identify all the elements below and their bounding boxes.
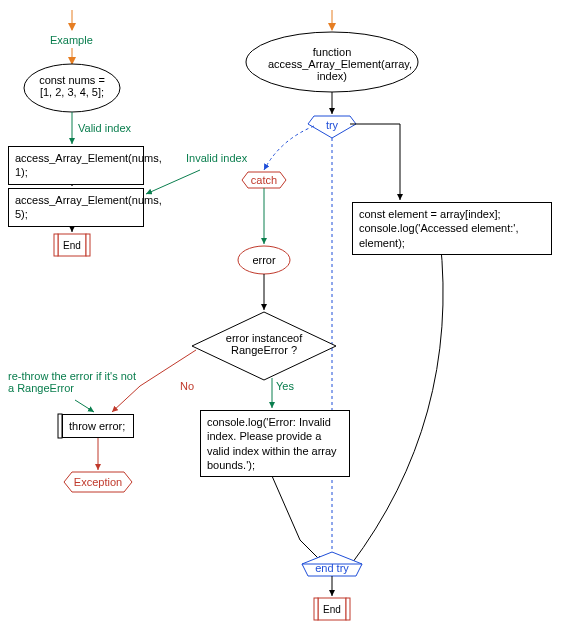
no-label: No <box>180 380 194 392</box>
svg-rect-7 <box>54 234 58 256</box>
log-error-box: console.log('Error: Invalid index. Pleas… <box>200 410 350 477</box>
end-label-right: End <box>322 604 342 615</box>
invalid-index-label: Invalid index <box>186 152 247 164</box>
rethrow-note: re-throw the error if it's not a RangeEr… <box>8 370 138 394</box>
svg-line-9 <box>146 170 200 194</box>
valid-index-label: Valid index <box>78 122 131 134</box>
svg-line-21 <box>75 400 94 412</box>
call2-box: access_Array_Element(nums, 5); <box>8 188 144 227</box>
catch-keyword: catch <box>248 174 280 186</box>
svg-rect-29 <box>346 598 350 620</box>
instanceof-question: error instanceof RangeError ? <box>214 332 314 356</box>
yes-label: Yes <box>276 380 294 392</box>
end-try-label: end try <box>310 562 354 574</box>
svg-rect-28 <box>314 598 318 620</box>
throw-box: throw error; <box>62 414 134 438</box>
const-decl-text: const nums = [1, 2, 3, 4, 5]; <box>36 74 108 98</box>
try-body-box: const element = array[index]; console.lo… <box>352 202 552 255</box>
function-signature: function access_Array_Element(array, ind… <box>268 46 396 82</box>
call1-box: access_Array_Element(nums, 1); <box>8 146 144 185</box>
try-keyword: try <box>322 119 342 131</box>
error-obj: error <box>248 254 280 266</box>
exception-label: Exception <box>70 476 126 488</box>
example-label: Example <box>50 34 93 46</box>
end-label-left: End <box>62 240 82 251</box>
svg-rect-8 <box>86 234 90 256</box>
